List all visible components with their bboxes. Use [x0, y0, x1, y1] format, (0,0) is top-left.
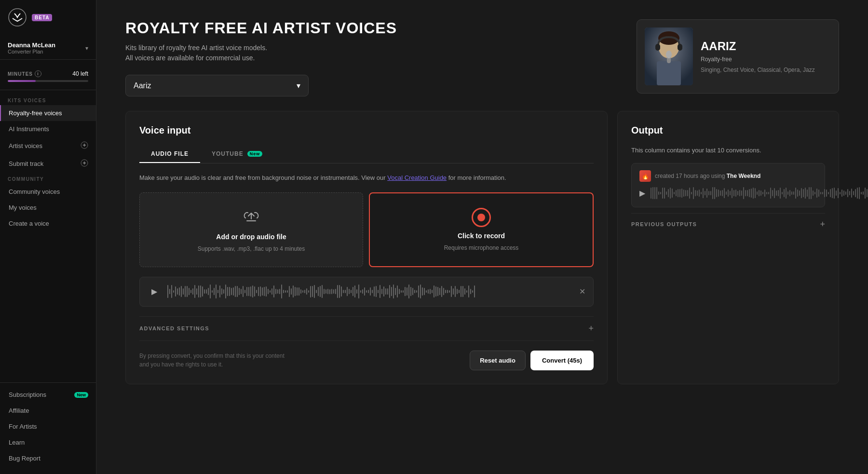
- upload-subtitle: Supports .wav, .mp3, .flac up to 4 minut…: [198, 245, 305, 252]
- selector-chevron-icon: ▾: [297, 81, 300, 90]
- hero-left: ROYALTY FREE AI ARTIST VOICES Kits libra…: [125, 19, 397, 96]
- svg-point-10: [666, 51, 672, 58]
- svg-rect-7: [678, 44, 682, 51]
- voice-selector-dropdown[interactable]: Aariz ▾: [125, 75, 309, 96]
- advanced-settings-label: ADVANCED SETTINGS: [139, 325, 209, 331]
- voice-input-tabs: AUDIO FILE YOUTUBE New: [139, 146, 594, 163]
- community-section-label: COMMUNITY: [0, 173, 96, 184]
- sidebar-item-subscriptions[interactable]: Subscriptions New: [0, 387, 96, 403]
- clear-audio-button[interactable]: ✕: [579, 287, 585, 296]
- sidebar-item-label: Artist voices: [9, 142, 42, 149]
- kits-logo-icon: [8, 8, 27, 27]
- tab-audio-file[interactable]: AUDIO FILE: [139, 146, 200, 163]
- tab-youtube-label: YOUTUBE: [212, 150, 244, 157]
- sidebar-item-create-voice[interactable]: Create a voice: [0, 216, 96, 231]
- sidebar-item-label: Create a voice: [9, 220, 49, 227]
- youtube-new-badge: New: [247, 151, 263, 157]
- previous-outputs-row[interactable]: PREVIOUS OUTPUTS +: [631, 213, 825, 235]
- waveform-bar: ▶ ✕: [139, 277, 594, 307]
- artist-name: AARIZ: [701, 40, 815, 53]
- output-wave-visual: [650, 187, 868, 200]
- artist-card: AARIZ Royalty-free Singing, Chest Voice,…: [637, 19, 839, 94]
- record-title: Click to record: [458, 232, 505, 240]
- user-name: Deanna McLean: [8, 41, 55, 49]
- user-plan: Converter Plan: [8, 49, 55, 54]
- user-info: Deanna McLean Converter Plan: [8, 41, 55, 54]
- vocal-creation-guide-link[interactable]: Vocal Creation Guide: [387, 174, 447, 181]
- upload-title: Add or drop audio file: [216, 233, 286, 241]
- minutes-label-row: MINUTES i 40 left: [8, 70, 88, 77]
- add-submit-track-icon[interactable]: [81, 159, 88, 168]
- voice-input-title: Voice input: [139, 125, 594, 136]
- tab-youtube[interactable]: YOUTUBE New: [200, 146, 274, 163]
- previous-outputs-expand-icon[interactable]: +: [820, 219, 825, 230]
- play-button[interactable]: ▶: [148, 285, 161, 298]
- sidebar-item-ai-instruments[interactable]: AI Instruments: [0, 121, 96, 137]
- page-title: ROYALTY FREE AI ARTIST VOICES: [125, 19, 397, 37]
- output-play-button[interactable]: ▶: [639, 189, 645, 198]
- advanced-settings-expand-icon[interactable]: +: [588, 324, 594, 334]
- sidebar-item-learn[interactable]: Learn: [0, 434, 96, 450]
- record-dot-button[interactable]: [472, 208, 491, 227]
- reset-audio-button[interactable]: Reset audio: [470, 351, 526, 370]
- waveform-visual: [167, 283, 573, 300]
- sidebar-bottom: Subscriptions New Affiliate For Artists …: [0, 382, 96, 466]
- hero-section: ROYALTY FREE AI ARTIST VOICES Kits libra…: [96, 0, 868, 111]
- svg-text:🔥: 🔥: [642, 173, 649, 179]
- logo-area: BETA: [0, 8, 96, 37]
- sidebar-item-label: Subscriptions: [9, 391, 46, 398]
- sidebar-item-royalty-free-voices[interactable]: Royalty-free voices: [0, 105, 96, 121]
- selected-voice-name: Aariz: [134, 81, 151, 90]
- hero-description: Kits library of royalty free AI artist v…: [125, 43, 397, 63]
- lower-section: Voice input AUDIO FILE YOUTUBE New Make …: [96, 111, 868, 404]
- sidebar-item-label: Submit track: [9, 160, 43, 167]
- sidebar-item-label: Bug Report: [9, 455, 41, 462]
- sidebar-item-label: AI Instruments: [9, 125, 49, 133]
- previous-outputs-label: PREVIOUS OUTPUTS: [631, 221, 697, 227]
- sidebar-item-label: Affiliate: [9, 407, 29, 414]
- sidebar-item-label: My voices: [9, 204, 37, 211]
- output-item: 🔥 created 17 hours ago using The Weeknd …: [631, 163, 825, 207]
- sidebar-item-community-voices[interactable]: Community voices: [0, 184, 96, 200]
- subscriptions-new-badge: New: [74, 392, 88, 398]
- output-title: Output: [631, 125, 825, 136]
- sidebar-item-label: For Artists: [9, 423, 37, 430]
- add-artist-voice-icon[interactable]: [81, 141, 88, 150]
- sidebar-item-label: Learn: [9, 439, 25, 446]
- output-waveform-row: ▶: [639, 187, 817, 200]
- sidebar-item-submit-track[interactable]: Submit track: [0, 155, 96, 173]
- sidebar-item-artist-voices[interactable]: Artist voices: [0, 137, 96, 155]
- user-dropdown-chevron[interactable]: ▾: [85, 45, 88, 52]
- sidebar-item-bug-report[interactable]: Bug Report: [0, 450, 96, 466]
- tab-audio-file-label: AUDIO FILE: [151, 150, 189, 157]
- svg-rect-8: [657, 61, 681, 85]
- record-dot-inner: [477, 214, 485, 221]
- output-artist-name: The Weeknd: [727, 173, 760, 179]
- upload-icon: [243, 207, 260, 228]
- upload-audio-box[interactable]: Add or drop audio file Supports .wav, .m…: [139, 192, 363, 267]
- minutes-progress-bar: [8, 80, 88, 82]
- output-panel: Output This column contains your last 10…: [617, 111, 839, 384]
- output-meta-text: created 17 hours ago using The Weeknd: [655, 173, 760, 179]
- sidebar-item-for-artists[interactable]: For Artists: [0, 419, 96, 434]
- info-icon: i: [35, 70, 41, 77]
- advanced-settings-row[interactable]: ADVANCED SETTINGS +: [139, 316, 594, 341]
- output-fire-icon: 🔥: [639, 170, 651, 182]
- record-audio-box[interactable]: Click to record Requires microphone acce…: [369, 192, 594, 267]
- sidebar: BETA Deanna McLean Converter Plan ▾ MINU…: [0, 0, 96, 474]
- sidebar-item-my-voices[interactable]: My voices: [0, 200, 96, 216]
- minutes-count: 40 left: [72, 70, 88, 77]
- main-content: ROYALTY FREE AI ARTIST VOICES Kits libra…: [96, 0, 868, 474]
- upload-area-container: Add or drop audio file Supports .wav, .m…: [139, 192, 594, 267]
- output-item-header: 🔥 created 17 hours ago using The Weeknd: [639, 170, 817, 182]
- voice-input-panel: Voice input AUDIO FILE YOUTUBE New Make …: [125, 111, 608, 384]
- sidebar-item-label: Community voices: [9, 188, 60, 195]
- minutes-label: MINUTES i: [8, 70, 41, 77]
- artist-royalty-label: Royalty-free: [701, 56, 815, 63]
- convert-button[interactable]: Convert (45s): [530, 351, 594, 370]
- user-section[interactable]: Deanna McLean Converter Plan ▾: [0, 37, 96, 60]
- sidebar-item-affiliate[interactable]: Affiliate: [0, 403, 96, 419]
- disclaimer-text: By pressing convert, you confirm that th…: [139, 352, 294, 369]
- minutes-progress-fill: [8, 80, 36, 82]
- sidebar-item-label: Royalty-free voices: [9, 109, 62, 117]
